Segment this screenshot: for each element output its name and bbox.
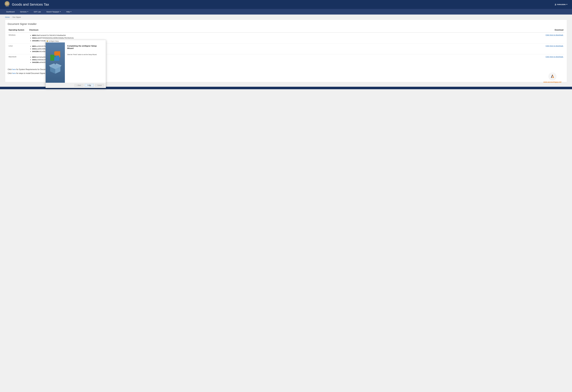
watermark-url: www.accountsguy.net (543, 81, 561, 83)
puzzle-icon (50, 51, 60, 61)
user-icon (555, 4, 556, 5)
svg-point-0 (555, 4, 556, 4)
dialog-title: emSigner Setup (49, 40, 59, 42)
svg-rect-2 (47, 41, 48, 41)
back-button: < Back (75, 84, 83, 87)
list-item: SHA1:ad09c43f0a6ddufa16406dca72 (32, 48, 540, 50)
list-item: MD5:ac9631f47f47bab215d28fd2829cee73 (32, 45, 540, 48)
dialog-sidebar-graphic (46, 42, 65, 83)
nav-services[interactable]: Services (17, 9, 31, 15)
dialog-text: Click the "Finish" button to exit the Se… (67, 54, 104, 55)
national-emblem-icon: सत्यमेव जयते (5, 1, 10, 8)
dialog-heading: Completing the emSigner Setup Wizard (67, 45, 104, 50)
cancel-button: Cancel (95, 84, 104, 87)
download-link[interactable]: Click here to download. (546, 34, 563, 36)
dialog-titlebar[interactable]: emSigner Setup (46, 40, 106, 42)
col-checksum: Checksum (28, 28, 540, 33)
nav-search-taxpayer[interactable]: Search Taxpayer (44, 9, 64, 15)
col-download: Download (540, 28, 564, 33)
header-bar: सत्यमेव जयते Goods and Services Tax FARK… (0, 0, 572, 9)
finish-button[interactable]: Finish (85, 84, 94, 87)
dialog-content: Completing the emSigner Setup Wizard Cli… (65, 42, 106, 83)
main-nav: Dashboard Services GST Law Search Taxpay… (0, 9, 572, 15)
install-steps-link[interactable]: here (12, 72, 16, 74)
sysreq-link[interactable]: here (12, 68, 16, 70)
os-cell: Windows (8, 33, 28, 43)
list-item: MD5:9fa87a2a0c872c79624f13749e8ba094 (32, 34, 540, 37)
username-label: FARKUDDIN (557, 4, 566, 5)
logo-icon (549, 73, 556, 80)
nav-label: Search Taxpayer (46, 11, 59, 13)
os-cell: Linux (8, 43, 28, 54)
nav-label: GST Law (34, 11, 41, 13)
list-item: SHA256:a65b055a46e578246e9c820f3fcbd2e4a… (32, 61, 540, 64)
emsigner-setup-dialog: emSigner Setup Completing the emSigner S… (46, 40, 106, 88)
breadcrumb-home[interactable]: Home (5, 16, 10, 18)
breadcrumb: Home › Doc Signer (0, 15, 572, 20)
site-title: Goods and Services Tax (12, 2, 555, 6)
user-menu[interactable]: FARKUDDIN (555, 4, 567, 5)
list-item: SHA1:abb9f765569d3453c280f82336d8a7f9239… (32, 37, 540, 39)
list-item: SHA256:e7cb18d7203c7877578594f7d67cae6ca… (32, 39, 540, 42)
installer-icon (47, 40, 48, 42)
page-title: Document Signer Installer (5, 22, 567, 28)
download-link[interactable]: Click here to download. (546, 56, 563, 58)
caret-down-icon (70, 11, 71, 12)
nav-dashboard[interactable]: Dashboard (3, 9, 17, 15)
nav-help[interactable]: Help (64, 9, 74, 15)
nav-label: Help (66, 11, 70, 13)
caret-down-icon (27, 11, 28, 12)
nav-gstlaw[interactable]: GST Law (31, 9, 44, 15)
caret-down-icon (60, 11, 61, 12)
download-link[interactable]: Click here to download. (546, 45, 563, 47)
list-item: SHA256:681e5b08578e2b803789115 a1d213e7b… (32, 50, 540, 53)
breadcrumb-separator-icon: › (11, 16, 11, 18)
open-box-icon (49, 63, 62, 74)
dialog-button-row: < Back Finish Cancel (46, 83, 106, 88)
list-item: MD5:bd15d2a059978c6b8640b911f593a8f9 (32, 56, 540, 58)
breadcrumb-current: Doc Signer (13, 16, 21, 18)
chevron-down-icon (566, 4, 567, 5)
dialog-body: Completing the emSigner Setup Wizard Cli… (46, 42, 106, 83)
nav-label: Services (20, 11, 27, 13)
list-item: SHA1:04663b225c2c968026eed8f7f37302cd72e… (32, 58, 540, 61)
watermark-logo: www.accountsguy.net (543, 73, 561, 83)
col-os: Operating System (8, 28, 28, 33)
os-cell: Macintosh (8, 54, 28, 65)
svg-rect-1 (47, 41, 48, 42)
nav-label: Dashboard (6, 11, 15, 13)
